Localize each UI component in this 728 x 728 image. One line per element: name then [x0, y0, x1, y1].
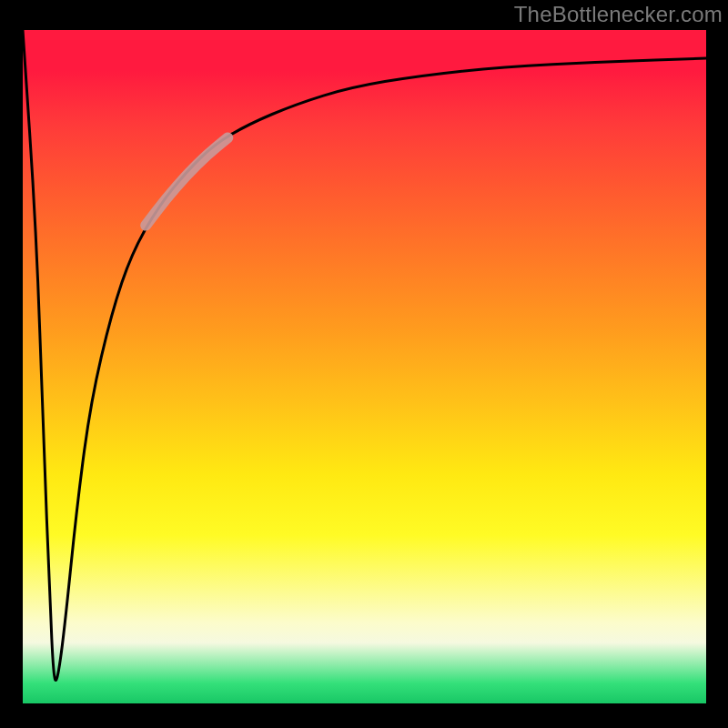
watermark-text: TheBottlenecker.com [514, 2, 723, 27]
curve-layer [23, 30, 706, 703]
frame-border-left [0, 0, 23, 728]
plot-area [23, 30, 706, 703]
chart-stage: TheBottlenecker.com [0, 0, 728, 728]
plot-frame [0, 0, 728, 728]
frame-border-right [706, 0, 728, 728]
main-curve [23, 30, 706, 681]
frame-border-bottom [0, 703, 728, 728]
highlight-segment [146, 137, 228, 225]
